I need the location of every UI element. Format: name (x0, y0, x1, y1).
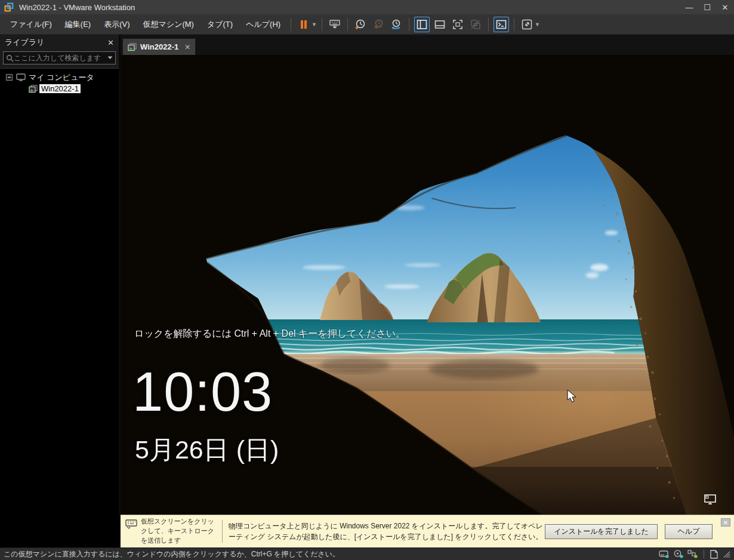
vm-icon (29, 85, 38, 93)
collapse-icon[interactable] (6, 74, 13, 81)
console-icon (496, 19, 507, 30)
lock-time: 10:03 (132, 361, 273, 423)
library-title: ライブラリ (5, 37, 45, 48)
menu-file[interactable]: ファイル(F) (4, 14, 58, 34)
tree-item-label[interactable]: マイ コンピュータ (29, 72, 94, 83)
library-tree: マイ コンピュータ Win2022-1 (0, 68, 119, 547)
unity-mode-icon (470, 19, 481, 30)
display-indicator-icon (703, 494, 717, 506)
hint-divider (222, 520, 223, 543)
pause-button[interactable] (296, 17, 312, 32)
hint-bar: 仮想スクリーンをクリックして、キーストロークを送信します 物理コンピュータ上と同… (121, 515, 734, 547)
title-bar: Win2022-1 - VMware Workstation — ☐ ✕ (0, 0, 734, 14)
close-button[interactable]: ✕ (716, 0, 734, 14)
library-panel-icon (417, 19, 427, 30)
help-button[interactable]: ヘルプ (665, 524, 713, 539)
send-ctrl-alt-del-button[interactable] (327, 17, 343, 32)
pause-dropdown-chevron[interactable]: ▼ (312, 21, 317, 27)
hint-message: 物理コンピュータ上と同じように Windows Server 2022 をインス… (229, 521, 545, 542)
minimize-button[interactable]: — (680, 0, 698, 14)
mouse-cursor (567, 389, 578, 404)
tree-item-my-computer[interactable]: マイ コンピュータ (0, 72, 119, 83)
status-bar: この仮想マシンに直接入力するには、ウィンドウの内側をクリックするか、Ctrl+G… (0, 547, 734, 560)
stretch-icon (522, 19, 532, 30)
stretch-guest-button[interactable] (519, 17, 535, 32)
tree-item-label[interactable]: Win2022-1 (39, 84, 81, 93)
lock-date: 5月26日 (日) (135, 433, 279, 467)
menu-edit[interactable]: 編集(E) (58, 14, 97, 34)
search-input[interactable] (14, 54, 107, 62)
tab-label[interactable]: Win2022-1 (140, 42, 178, 51)
tab-bar: Win2022-1 ✕ (121, 35, 734, 55)
revert-snapshot-button[interactable] (371, 17, 386, 32)
status-separator (704, 550, 704, 558)
keyboard-hint-icon (125, 519, 137, 529)
unlock-message: ロックを解除するには Ctrl + Alt + Del キーを押してください。 (134, 328, 405, 340)
search-icon (6, 54, 14, 62)
vmware-logo-icon (4, 2, 14, 13)
revert-clock-icon (372, 19, 384, 30)
vm-screen[interactable]: ロックを解除するには Ctrl + Alt + Del キーを押してください。 … (121, 55, 734, 515)
show-thumbnail-bar-button[interactable] (432, 17, 448, 32)
vm-icon (128, 43, 137, 51)
snapshot-clock-icon (354, 19, 366, 30)
fullscreen-icon (452, 19, 463, 30)
console-view-button[interactable] (494, 17, 509, 32)
status-text: この仮想マシンに直接入力するには、ウィンドウの内側をクリックするか、Ctrl+G… (4, 549, 340, 559)
stretch-dropdown-chevron[interactable]: ▼ (535, 21, 540, 27)
hint-left-text: 仮想スクリーンをクリックして、キーストロークを送信します (141, 517, 216, 546)
hint-close-icon[interactable]: ✕ (721, 518, 730, 527)
fullscreen-button[interactable] (450, 17, 465, 32)
menu-help[interactable]: ヘルプ(H) (239, 14, 287, 34)
search-dropdown-chevron-icon[interactable] (107, 56, 113, 60)
library-search[interactable] (3, 51, 116, 64)
pause-icon (299, 20, 309, 29)
menu-tabs[interactable]: タブ(T) (201, 14, 239, 34)
maximize-button[interactable]: ☐ (698, 0, 716, 14)
toolbar-separator (291, 18, 291, 31)
computer-icon (16, 73, 26, 81)
window-title: Win2022-1 - VMware Workstation (19, 3, 135, 12)
snapshot-manager-icon (390, 19, 402, 30)
menu-toolbar: ファイル(F) 編集(E) 表示(V) 仮想マシン(M) タブ(T) ヘルプ(H… (0, 14, 734, 35)
keyboard-send-icon (329, 19, 341, 30)
tree-item-vm[interactable]: Win2022-1 (0, 83, 119, 94)
resize-grip[interactable] (722, 550, 730, 558)
take-snapshot-button[interactable] (353, 17, 368, 32)
install-complete-button[interactable]: インストールを完了しました (545, 524, 658, 539)
library-panel: ライブラリ ✕ マイ コンピュータ (0, 35, 121, 547)
tab-close-icon[interactable]: ✕ (184, 43, 190, 51)
show-library-button[interactable] (414, 17, 430, 32)
cdrom-icon[interactable] (673, 550, 684, 558)
menu-vm[interactable]: 仮想マシン(M) (137, 14, 201, 34)
thumbnail-bar-icon (434, 19, 445, 30)
vm-tab[interactable]: Win2022-1 ✕ (122, 38, 196, 55)
network-icon[interactable] (687, 550, 698, 558)
menu-view[interactable]: 表示(V) (97, 14, 136, 34)
manage-snapshots-button[interactable] (388, 17, 404, 32)
message-log-icon[interactable] (710, 550, 718, 559)
library-close-icon[interactable]: ✕ (107, 38, 114, 47)
unity-mode-button[interactable] (468, 17, 483, 32)
hdd-icon[interactable] (659, 550, 670, 558)
